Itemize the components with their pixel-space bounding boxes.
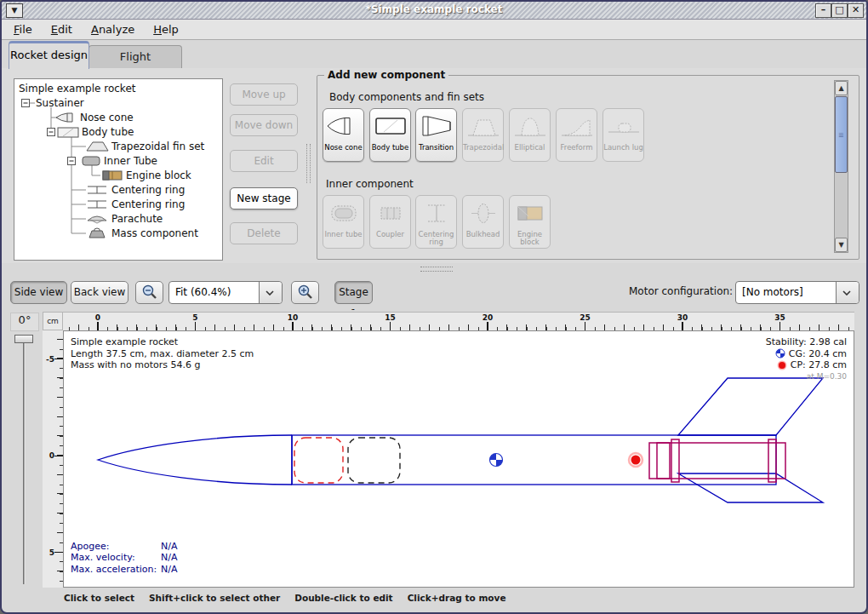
cg-value: CG: 20.4 cm	[789, 348, 847, 360]
motor-config-dropdown-button[interactable]	[836, 282, 859, 303]
motor-configuration-combobox[interactable]: [No motors]	[735, 281, 859, 304]
engineblock-icon	[103, 171, 122, 180]
motor-configuration-value: [No motors]	[742, 286, 803, 298]
zoom-in-button[interactable]	[291, 281, 319, 304]
tree-item-inner-tube[interactable]: Inner Tube	[104, 155, 157, 167]
maximize-button[interactable]: □	[831, 3, 848, 18]
nose-cone-icon	[325, 112, 363, 140]
lower-fin-outline	[678, 473, 823, 502]
centering-ring-outline	[768, 439, 776, 482]
v-ruler-label: -5	[46, 355, 54, 364]
ruler-major-ticks	[54, 330, 63, 588]
mass-component-outline	[348, 438, 400, 483]
close-button[interactable]: ✕	[848, 3, 864, 18]
nosecone-icon	[56, 113, 72, 122]
add-elliptical-fin-button: Elliptical	[509, 108, 551, 162]
zoom-in-icon	[297, 284, 314, 301]
hint-double-click: Double-click to edit	[294, 593, 392, 603]
add-transition-button[interactable]: Transition	[415, 108, 457, 162]
add-body-tube-button[interactable]: Body tube	[369, 108, 411, 162]
h-ruler-label: 10	[288, 313, 299, 322]
zoom-level-combobox[interactable]: Fit (60.4%)	[168, 281, 283, 304]
menu-bar: File Edit Analyze Help	[2, 20, 866, 40]
transition-icon	[418, 112, 455, 140]
vertical-splitter-handle[interactable]	[306, 144, 311, 183]
menu-edit[interactable]: Edit	[48, 21, 76, 37]
hint-click-drag: Click+drag to move	[408, 593, 506, 603]
tree-item-fin-set[interactable]: Trapezoidal fin set	[111, 141, 204, 152]
horizontal-ruler: 0 5 10 15 20 25 30 35	[63, 312, 854, 330]
v-ruler-label: 5	[49, 548, 54, 557]
menu-help[interactable]: Help	[150, 21, 182, 37]
tab-rocket-design[interactable]: Rocket design	[9, 41, 89, 69]
zoom-level-value: Fit (60.4%)	[175, 286, 231, 298]
tree-item-mass-component[interactable]: Mass component	[111, 227, 198, 239]
rocket-canvas[interactable]: Simple example rocketLength 37.5 cm, max…	[63, 330, 854, 588]
max-velocity-value: N/A	[161, 552, 177, 564]
max-velocity-label: Max. velocity:	[71, 552, 161, 564]
tree-item-body-tube[interactable]: Body tube	[82, 126, 134, 138]
h-ruler-label: 25	[580, 313, 591, 322]
h-ruler-label: 30	[677, 313, 688, 322]
apogee-value: N/A	[161, 541, 177, 553]
back-view-button[interactable]: Back view	[71, 281, 128, 304]
move-up-button: Move up	[230, 83, 298, 106]
cp-value: CP: 27.8 cm	[791, 359, 847, 371]
minimize-button[interactable]: –	[815, 3, 831, 18]
v-ruler-label: 0	[49, 451, 54, 460]
h-ruler-label: 0	[95, 313, 100, 322]
rocket-info-block: Simple example rocketLength 37.5 cm, max…	[71, 336, 254, 371]
add-component-title: Add new component	[324, 69, 448, 81]
add-freeform-fin-button: Freeform	[556, 108, 597, 162]
zoom-dropdown-button[interactable]	[259, 282, 282, 303]
parachute-outline	[294, 438, 343, 483]
hint-shift-click: Shift+click to select other	[149, 593, 280, 603]
trapezoidal-fin-icon	[465, 112, 502, 140]
tab-strip: Rocket design Flight simulations	[2, 39, 866, 68]
new-stage-button[interactable]: New stage	[230, 187, 298, 209]
tree-item-engine-block[interactable]: Engine block	[126, 169, 191, 181]
bulkhead-icon	[465, 199, 502, 227]
move-down-button: Move down	[230, 114, 298, 136]
tab-flight-simulations[interactable]: Flight simulations	[89, 45, 182, 68]
max-acceleration-value: N/A	[161, 564, 177, 576]
innertube-icon	[83, 157, 100, 165]
side-view-button[interactable]: Side view	[10, 281, 67, 304]
add-engine-block-button: Engine block	[509, 195, 551, 249]
centeringring-icon	[88, 186, 106, 193]
menu-analyze[interactable]: Analyze	[88, 21, 138, 37]
app-window: ▼ *Simple example rocket – □ ✕ File Edit…	[0, 0, 868, 614]
centering-ring-outline	[671, 439, 679, 482]
menu-file[interactable]: File	[10, 21, 36, 37]
scroll-up-button[interactable]: ▲	[835, 81, 848, 95]
coupler-icon	[372, 199, 409, 227]
motor-configuration-label: Motor configuration:	[629, 285, 733, 297]
tree-item-nose-cone[interactable]: Nose cone	[80, 112, 134, 123]
engine-block-icon	[511, 199, 549, 227]
engine-block-outline	[657, 443, 670, 479]
tree-item-centering-ring-2[interactable]: Centering ring	[111, 198, 185, 210]
stage1-toggle-button[interactable]: Stage 1	[334, 281, 373, 304]
body-components-label: Body components and fin sets	[329, 91, 484, 103]
add-inner-tube-button: Inner tube	[323, 195, 364, 249]
scroll-down-button[interactable]: ▼	[835, 238, 848, 252]
freeform-fin-icon	[558, 112, 596, 140]
tree-item-centering-ring-1[interactable]: Centering ring	[111, 184, 185, 196]
tree-item-parachute[interactable]: Parachute	[111, 213, 163, 225]
tree-item-sustainer[interactable]: Sustainer	[36, 97, 84, 109]
scrollbar-thumb[interactable]: ☰	[835, 96, 848, 173]
vertical-ruler: -5 0 5	[43, 330, 63, 588]
zoom-out-icon	[141, 284, 158, 301]
zoom-out-button[interactable]	[135, 281, 163, 304]
add-nose-cone-button[interactable]: Nose cone	[323, 108, 364, 162]
tree-item-rocket[interactable]: Simple example rocket	[19, 83, 135, 95]
launch-lug-icon	[605, 112, 642, 140]
bodytube-icon	[58, 128, 78, 137]
rotation-angle-label: 0°	[10, 313, 39, 331]
cg-marker-quadrant	[496, 460, 503, 467]
horizontal-splitter-handle[interactable]	[420, 267, 453, 272]
rotation-slider-handle[interactable]	[14, 335, 33, 343]
chevron-down-icon	[842, 290, 851, 296]
add-bulkhead-button: Bulkhead	[462, 195, 504, 249]
max-acceleration-label: Max. acceleration:	[71, 564, 161, 576]
